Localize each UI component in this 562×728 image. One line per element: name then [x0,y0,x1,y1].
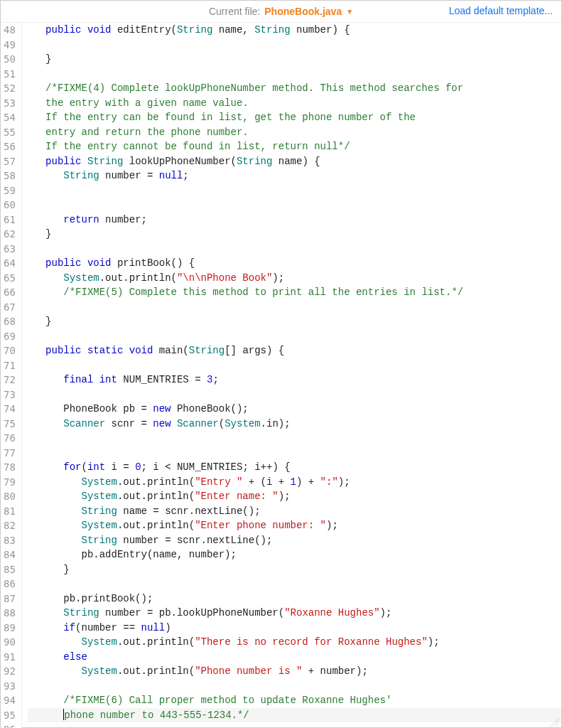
line-number: 86 [4,577,16,592]
line-number: 53 [4,96,16,111]
code-line[interactable]: String name = scnr.nextLine(); [28,504,561,519]
code-editor[interactable]: 4849505152535455565758596061626364656667… [1,22,561,728]
line-number: 80 [4,489,16,504]
load-default-template-link[interactable]: Load default template... [449,5,553,16]
code-line[interactable]: } [28,52,561,67]
line-number: 55 [4,125,16,140]
code-line[interactable]: if(number == null) [28,621,561,636]
code-line[interactable]: } [28,314,561,329]
code-line[interactable]: } [28,227,561,242]
code-line[interactable] [28,722,561,728]
code-line[interactable] [28,387,561,402]
line-number: 79 [4,475,16,490]
line-number: 70 [4,343,16,358]
code-line[interactable]: final int NUM_ENTRIES = 3; [28,373,561,387]
code-line[interactable]: If the entry can be found in list, get t… [28,110,561,125]
current-file-indicator[interactable]: Current file: PhoneBook.java ▼ [209,6,353,17]
code-line[interactable]: System.out.println("Entry " + (i + 1) + … [28,475,561,490]
line-number: 62 [4,227,16,242]
line-number: 58 [4,168,16,183]
chevron-down-icon: ▼ [346,8,353,16]
line-number: 93 [4,679,16,694]
code-line[interactable]: System.out.println("\n\nPhone Book"); [28,271,561,286]
line-number: 94 [4,693,16,708]
code-line[interactable]: System.out.println("Enter phone number: … [28,518,561,533]
code-line[interactable]: System.out.println("Enter name: "); [28,489,561,504]
line-number: 68 [4,314,16,329]
code-line[interactable]: public static void main(String[] args) { [28,343,561,358]
resize-handle-icon[interactable] [550,717,560,727]
line-number: 61 [4,213,16,228]
current-file-name: PhoneBook.java [264,6,342,17]
code-line[interactable]: public void editEntry(String name, Strin… [28,23,561,38]
code-line[interactable] [28,329,561,344]
code-line[interactable] [28,577,561,592]
current-file-label: Current file: [209,6,260,17]
line-number: 65 [4,271,16,286]
code-line[interactable] [28,67,561,82]
line-number: 89 [4,621,16,636]
code-line[interactable]: pb.addEntry(name, number); [28,547,561,562]
code-line[interactable]: public String lookUpPhoneNumber(String n… [28,154,561,169]
code-line[interactable]: System.out.println("Phone number is " + … [28,664,561,679]
code-line[interactable] [28,446,561,461]
code-line[interactable]: else [28,650,561,665]
line-number: 72 [4,373,16,387]
code-line[interactable]: for(int i = 0; i < NUM_ENTRIES; i++) { [28,460,561,475]
line-number: 71 [4,358,16,373]
line-number: 74 [4,402,16,417]
code-line[interactable]: pb.printBook(); [28,592,561,606]
line-number: 82 [4,518,16,533]
line-number: 95 [4,708,16,723]
code-line[interactable]: PhoneBook pb = new PhoneBook(); [28,402,561,417]
line-number: 88 [4,606,16,621]
code-line[interactable]: If the entry cannot be found in list, re… [28,139,561,154]
code-line[interactable]: /*FIXME(5) Complete this method to print… [28,285,561,300]
line-number: 96 [4,722,16,728]
line-number: 51 [4,67,16,82]
code-line[interactable]: String number = scnr.nextLine(); [28,533,561,548]
code-line[interactable] [28,679,561,694]
line-number: 92 [4,664,16,679]
code-line[interactable]: } [28,562,561,577]
editor-header: Current file: PhoneBook.java ▼ Load defa… [1,1,561,22]
code-line[interactable]: String number = pb.lookUpPhoneNumber("Ro… [28,606,561,621]
code-line[interactable] [28,300,561,315]
code-line[interactable]: /*FIXME(4) Complete lookUpPhoneNumber me… [28,81,561,96]
line-number: 84 [4,547,16,562]
line-number: 78 [4,460,16,475]
code-line[interactable]: the entry with a given name value. [28,96,561,111]
code-line[interactable]: return number; [28,213,561,228]
editor-window: Current file: PhoneBook.java ▼ Load defa… [0,0,562,728]
line-number: 77 [4,446,16,461]
line-number: 60 [4,198,16,213]
line-number: 81 [4,504,16,519]
line-number: 73 [4,387,16,402]
line-number: 66 [4,285,16,300]
line-number: 64 [4,256,16,271]
code-line[interactable] [28,242,561,257]
line-number: 48 [4,23,16,38]
code-line[interactable] [28,183,561,198]
code-line[interactable]: System.out.println("There is no record f… [28,635,561,650]
code-area[interactable]: public void editEntry(String name, Strin… [22,23,561,728]
line-number: 59 [4,183,16,198]
code-line[interactable] [28,358,561,373]
code-line[interactable]: entry and return the phone number. [28,125,561,140]
code-line[interactable]: String number = null; [28,168,561,183]
line-number: 87 [4,592,16,606]
line-number: 50 [4,52,16,67]
line-number-gutter: 4849505152535455565758596061626364656667… [1,23,22,728]
line-number: 75 [4,417,16,432]
line-number: 91 [4,650,16,665]
line-number: 57 [4,154,16,169]
line-number: 49 [4,38,16,53]
line-number: 76 [4,431,16,446]
code-line[interactable] [28,38,561,53]
code-line[interactable]: /*FIXME(6) Call proper method to update … [28,693,561,708]
code-line[interactable] [28,431,561,446]
code-line[interactable]: Scanner scnr = new Scanner(System.in); [28,417,561,432]
code-line[interactable]: phone number to 443-555-1234.*/ [28,708,561,723]
code-line[interactable]: public void printBook() { [28,256,561,271]
code-line[interactable] [28,198,561,213]
